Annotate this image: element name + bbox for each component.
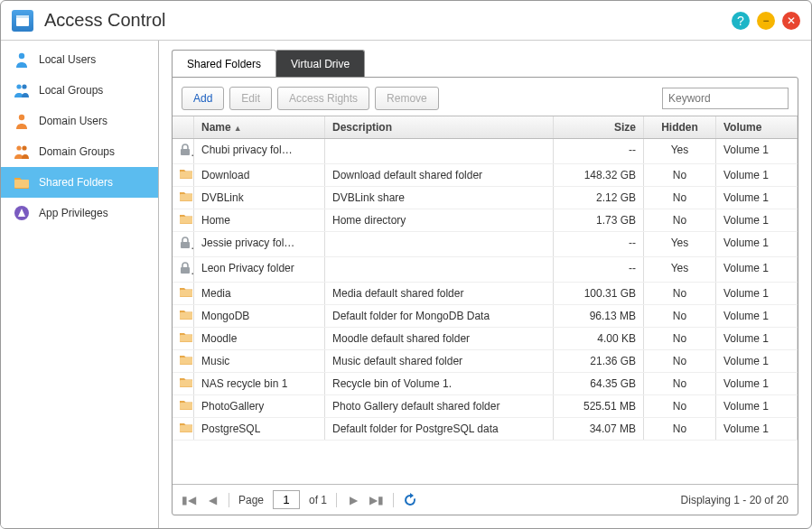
svg-point-6 xyxy=(16,145,21,150)
grid-body[interactable]: Chubi privacy fol…--YesVolume 1DownloadD… xyxy=(173,139,798,484)
table-row[interactable]: HomeHome directory1.73 GBNoVolume 1 xyxy=(173,209,798,232)
lock-icon xyxy=(173,139,194,163)
cell-hidden: No xyxy=(644,164,716,186)
svg-point-7 xyxy=(22,145,26,150)
cell-volume: Volume 1 xyxy=(716,209,798,231)
paging-bar: ▮◀ ◀ Page of 1 ▶ ▶▮ Displaying 1 - 20 of… xyxy=(173,484,798,515)
table-row[interactable]: MoodleMoodle default shared folder4.00 K… xyxy=(173,328,798,350)
next-page-button[interactable]: ▶ xyxy=(346,493,360,507)
cell-name: DVBLink xyxy=(194,187,325,209)
cell-description: Photo Gallery default shared folder xyxy=(325,395,554,417)
lock-icon xyxy=(173,232,194,256)
table-row[interactable]: Chubi privacy fol…--YesVolume 1 xyxy=(173,139,798,164)
page-input[interactable] xyxy=(273,490,300,509)
table-row[interactable]: MediaMedia default shared folder100.31 G… xyxy=(173,283,798,305)
cell-size: -- xyxy=(554,257,644,282)
sidebar-item-local-groups[interactable]: Local Groups xyxy=(1,75,158,106)
sidebar-item-app-privileges[interactable]: App Privileges xyxy=(1,198,158,228)
search-input[interactable] xyxy=(662,88,789,109)
cell-volume: Volume 1 xyxy=(716,328,798,349)
svg-point-3 xyxy=(16,84,21,88)
table-row[interactable]: MongoDBDefault folder for MongoDB Data96… xyxy=(173,305,798,328)
table-row[interactable]: PhotoGalleryPhoto Gallery default shared… xyxy=(173,395,798,418)
cell-description xyxy=(325,139,554,163)
sidebar-item-shared-folders[interactable]: Shared Folders xyxy=(1,167,158,198)
svg-point-2 xyxy=(19,53,24,59)
first-page-button[interactable]: ▮◀ xyxy=(182,493,196,507)
col-description[interactable]: Description xyxy=(325,116,554,138)
table-row[interactable]: Leon Privacy folder--YesVolume 1 xyxy=(173,257,798,283)
last-page-button[interactable]: ▶▮ xyxy=(369,493,384,507)
sidebar-item-local-users[interactable]: Local Users xyxy=(1,44,158,75)
table-row[interactable]: Jessie privacy fol…--YesVolume 1 xyxy=(173,232,798,257)
folder-icon xyxy=(173,187,194,209)
table-row[interactable]: DownloadDownload default shared folder14… xyxy=(173,164,798,187)
edit-button[interactable]: Edit xyxy=(229,87,272,110)
col-size[interactable]: Size xyxy=(554,116,644,138)
cell-size: 1.73 GB xyxy=(554,209,644,231)
cell-description: DVBLink share xyxy=(325,187,554,209)
access-rights-button[interactable]: Access Rights xyxy=(277,87,369,110)
cell-hidden: Yes xyxy=(644,232,716,256)
sidebar-item-label: Domain Groups xyxy=(39,145,115,158)
cell-volume: Volume 1 xyxy=(716,164,798,186)
cell-description xyxy=(325,232,554,256)
table-row[interactable]: MusicMusic default shared folder21.36 GB… xyxy=(173,350,798,373)
page-label: Page xyxy=(238,494,264,506)
cell-hidden: No xyxy=(644,373,716,394)
access-control-window: Access Control ? − ✕ Local UsersLocal Gr… xyxy=(0,0,812,529)
sidebar-item-label: Local Groups xyxy=(39,84,103,97)
svg-rect-8 xyxy=(14,180,29,188)
svg-rect-17 xyxy=(180,312,192,320)
cell-name: NAS recycle bin 1 xyxy=(194,373,325,394)
table-row[interactable]: PostgreSQLDefault folder for PostgreSQL … xyxy=(173,418,798,441)
svg-rect-22 xyxy=(180,425,192,432)
cell-description: Default folder for PostgreSQL data xyxy=(325,418,554,440)
svg-rect-13 xyxy=(180,217,192,224)
cell-hidden: No xyxy=(644,350,716,372)
tab-virtual-drive[interactable]: Virtual Drive xyxy=(275,50,365,78)
shared-folders-panel: Add Edit Access Rights Remove Name▲ Desc… xyxy=(172,77,798,515)
svg-rect-14 xyxy=(181,242,190,248)
cell-name: Media xyxy=(194,283,325,304)
cell-name: Download xyxy=(194,164,325,186)
cell-size: 100.31 GB xyxy=(554,283,644,304)
col-hidden[interactable]: Hidden xyxy=(644,116,716,138)
prev-page-button[interactable]: ◀ xyxy=(205,493,219,507)
folder-orange-icon xyxy=(14,174,30,190)
close-button[interactable]: ✕ xyxy=(782,12,800,30)
tabs: Shared FoldersVirtual Drive xyxy=(172,50,798,78)
help-button[interactable]: ? xyxy=(732,12,750,30)
cell-size: 2.12 GB xyxy=(554,187,644,209)
folder-icon xyxy=(173,305,194,327)
cell-volume: Volume 1 xyxy=(716,305,798,327)
cell-name: Moodle xyxy=(194,328,325,349)
sidebar-item-domain-users[interactable]: Domain Users xyxy=(1,106,158,136)
tab-shared-folders[interactable]: Shared Folders xyxy=(172,50,276,78)
cell-volume: Volume 1 xyxy=(716,232,798,256)
sidebar-item-domain-groups[interactable]: Domain Groups xyxy=(1,136,158,167)
main-panel: Shared FoldersVirtual Drive Add Edit Acc… xyxy=(159,41,811,528)
person-orange-icon xyxy=(14,113,30,129)
svg-rect-16 xyxy=(180,290,192,297)
cell-volume: Volume 1 xyxy=(716,187,798,209)
folder-icon xyxy=(173,350,194,372)
sort-asc-icon: ▲ xyxy=(234,124,242,133)
svg-rect-11 xyxy=(180,172,192,179)
refresh-button[interactable] xyxy=(403,493,417,507)
cell-volume: Volume 1 xyxy=(716,283,798,304)
cell-size: 21.36 GB xyxy=(554,350,644,372)
col-name[interactable]: Name▲ xyxy=(194,116,325,138)
folder-icon xyxy=(173,283,194,304)
app-icon xyxy=(12,10,33,32)
table-row[interactable]: DVBLinkDVBLink share2.12 GBNoVolume 1 xyxy=(173,187,798,209)
folders-grid: Name▲ Description Size Hidden Volume Chu… xyxy=(173,116,798,484)
col-volume[interactable]: Volume xyxy=(716,116,798,138)
svg-rect-19 xyxy=(180,357,192,365)
cell-name: Leon Privacy folder xyxy=(194,257,325,282)
remove-button[interactable]: Remove xyxy=(375,87,439,110)
add-button[interactable]: Add xyxy=(182,87,224,110)
minimize-button[interactable]: − xyxy=(757,12,775,30)
svg-point-4 xyxy=(22,84,26,88)
table-row[interactable]: NAS recycle bin 1Recycle bin of Volume 1… xyxy=(173,373,798,395)
